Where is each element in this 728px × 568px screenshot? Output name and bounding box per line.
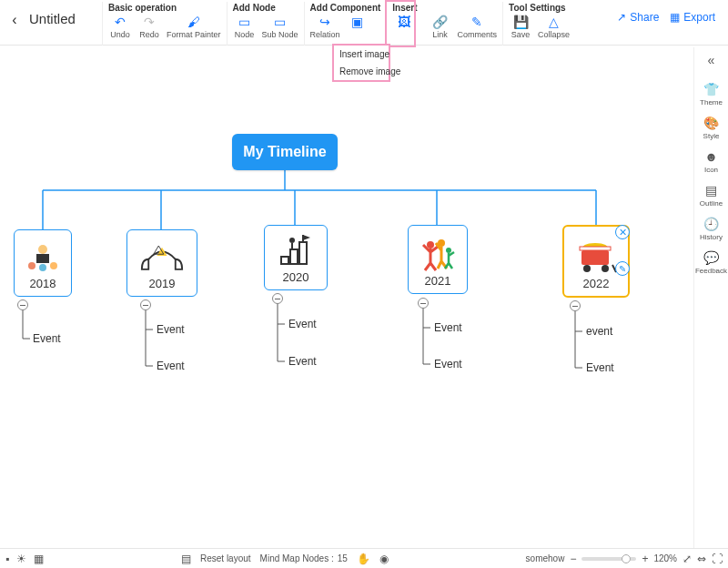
reset-layout-icon[interactable]: ▤ (181, 553, 191, 565)
event-label[interactable]: Event (33, 332, 61, 345)
rail-history[interactable]: 🕘History (700, 217, 723, 241)
zoom-slider[interactable] (581, 557, 636, 561)
collapse-toggle[interactable] (418, 298, 429, 309)
year-label: 2020 (283, 270, 309, 284)
rail-theme[interactable]: 👕Theme (700, 82, 723, 106)
group-label-add-component: Add Component (310, 2, 381, 14)
brightness-icon[interactable]: ☀ (16, 553, 26, 565)
collapse-toggle[interactable] (140, 299, 151, 310)
year-node-2021[interactable]: 2021 (408, 225, 468, 294)
year-node-2020[interactable]: 2020 (264, 225, 328, 290)
zoom-out-button[interactable]: − (570, 553, 576, 565)
svg-point-21 (38, 245, 47, 254)
rail-icon[interactable]: ☻Icon (704, 149, 718, 174)
right-rail: « 👕Theme 🎨Style ☻Icon ▤Outline 🕘History … (693, 47, 728, 548)
add-subnode-button[interactable]: ▭Sub Node (262, 14, 298, 39)
connectors (0, 47, 693, 548)
format-painter-button[interactable]: 🖌Format Painter (167, 14, 221, 39)
zoom-value: 120% (653, 553, 677, 563)
save-button[interactable]: 💾Save (509, 14, 532, 39)
event-label[interactable]: Event (288, 318, 317, 330)
insert-image-button[interactable]: 🖼 (392, 14, 416, 30)
rail-feedback[interactable]: 💬Feedback (695, 250, 727, 275)
component-b-button[interactable]: ▣ (346, 14, 369, 39)
year-node-2018[interactable]: 2018 (14, 229, 72, 297)
svg-rect-22 (36, 254, 49, 263)
theme-icon: 👕 (703, 82, 719, 96)
rail-style[interactable]: 🎨Style (703, 116, 720, 140)
root-node[interactable]: My Timeline (232, 134, 338, 170)
svg-point-33 (289, 238, 295, 243)
node-tool-button[interactable]: ✎ (615, 261, 630, 276)
export-button[interactable]: ▦Export (670, 11, 715, 24)
node-icon: ▭ (235, 14, 255, 30)
background-icon[interactable]: ▪ (5, 553, 9, 565)
collapse-toggle[interactable] (17, 299, 28, 310)
fullscreen-icon[interactable]: ⛶ (712, 553, 723, 565)
zoom-in-button[interactable]: + (642, 553, 648, 565)
fit-width-icon[interactable]: ⇔ (697, 553, 706, 565)
grid-icon[interactable]: ▦ (34, 553, 44, 565)
event-label[interactable]: Event (434, 358, 462, 370)
insert-dropdown: Insert image Remove image (332, 44, 390, 82)
illustration-2020 (274, 232, 318, 269)
svg-rect-30 (299, 242, 307, 264)
collapse-toggle[interactable] (570, 300, 581, 311)
group-insert: Insert 🖼 (386, 2, 422, 46)
illustration-2018 (21, 238, 65, 275)
event-label[interactable]: Event (288, 355, 317, 368)
comments-button[interactable]: ✎Comments (458, 14, 498, 39)
svg-point-40 (583, 265, 591, 272)
event-label[interactable]: event (586, 325, 612, 338)
share-button[interactable]: ↗Share (617, 11, 659, 24)
group-label-insert: Insert (392, 2, 417, 14)
group-add-component: Add Component ↪Relation ▣ (304, 2, 387, 46)
bottom-center: ▤ Reset layout Mind Map Nodes : 15 ✋ ◉ (49, 553, 520, 565)
svg-rect-29 (290, 249, 298, 264)
export-icon: ▦ (670, 11, 680, 24)
link-button[interactable]: 🔗Link (429, 14, 452, 39)
group-inline: 🔗Link ✎Comments (423, 2, 503, 46)
slider-thumb[interactable] (622, 554, 631, 563)
illustration-2022 (574, 238, 618, 275)
menu-insert-image[interactable]: Insert image (334, 46, 389, 63)
year-label: 2022 (583, 277, 610, 290)
menu-remove-image[interactable]: Remove image (334, 63, 389, 80)
event-label[interactable]: Event (586, 361, 614, 374)
collapse-button[interactable]: △Collapse (538, 14, 570, 39)
outline-icon: ▤ (705, 183, 717, 198)
relation-button[interactable]: ↪Relation (310, 14, 340, 39)
node-count: Mind Map Nodes : 15 (260, 553, 348, 563)
year-node-2019[interactable]: 2019 (126, 229, 197, 297)
rail-outline[interactable]: ▤Outline (700, 183, 723, 208)
document-title[interactable]: Untitled (29, 2, 102, 26)
fit-icon[interactable]: ⤢ (682, 553, 692, 565)
undo-button[interactable]: ↶Undo (108, 14, 132, 39)
svg-point-25 (50, 262, 57, 269)
event-label[interactable]: Event (157, 323, 185, 336)
node-delete-button[interactable]: ✕ (615, 225, 630, 239)
canvas[interactable]: My Timeline 2018 Event 2019 Event Event … (0, 47, 693, 548)
share-icon: ↗ (617, 11, 626, 24)
reset-layout-button[interactable]: Reset layout (200, 553, 251, 563)
svg-point-35 (427, 241, 434, 248)
svg-rect-39 (580, 247, 611, 250)
svg-rect-38 (581, 250, 609, 265)
bottom-left-tools: ▪ ☀ ▦ (5, 553, 44, 565)
event-label[interactable]: Event (434, 321, 462, 334)
group-add-node: Add Node ▭Node ▭Sub Node (227, 2, 304, 46)
redo-button[interactable]: ↷Redo (137, 14, 161, 39)
link-icon: 🔗 (430, 14, 450, 30)
pan-icon[interactable]: ✋ (357, 553, 370, 565)
rail-collapse-button[interactable]: « (708, 53, 715, 67)
add-node-button[interactable]: ▭Node (233, 14, 257, 39)
back-button[interactable]: ‹ (5, 2, 24, 38)
bottom-bar: ▪ ☀ ▦ ▤ Reset layout Mind Map Nodes : 15… (0, 548, 728, 568)
illustration-2021 (416, 236, 460, 272)
undo-icon: ↶ (110, 14, 130, 30)
year-node-2022[interactable]: ✕ ✎ 2022 (562, 225, 630, 298)
svg-point-23 (28, 262, 35, 269)
collapse-toggle[interactable] (272, 293, 283, 304)
event-label[interactable]: Event (157, 360, 185, 372)
center-icon[interactable]: ◉ (379, 553, 389, 565)
